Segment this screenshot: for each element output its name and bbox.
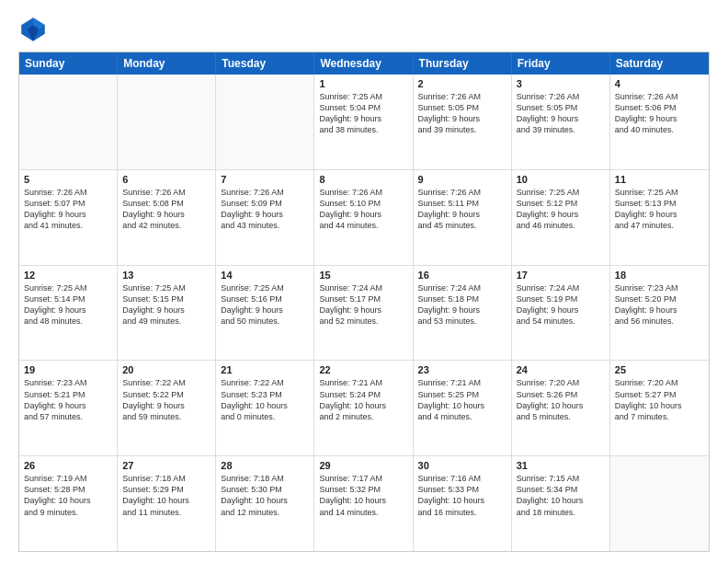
cell-info: Sunrise: 7:26 AMSunset: 5:06 PMDaylight:… — [615, 91, 704, 136]
day-number: 24 — [517, 364, 605, 375]
cell-info: Sunrise: 7:26 AMSunset: 5:08 PMDaylight:… — [122, 187, 210, 232]
day-cell-23: 23Sunrise: 7:21 AMSunset: 5:25 PMDayligh… — [414, 361, 512, 455]
cell-info: Sunrise: 7:16 AMSunset: 5:33 PMDaylight:… — [418, 473, 506, 518]
weekday-header-wednesday: Wednesday — [314, 52, 413, 75]
calendar-row-1: 5Sunrise: 7:26 AMSunset: 5:07 PMDaylight… — [19, 169, 709, 265]
day-cell-25: 25Sunrise: 7:20 AMSunset: 5:27 PMDayligh… — [610, 361, 709, 455]
day-number: 18 — [615, 270, 704, 281]
calendar-header: SundayMondayTuesdayWednesdayThursdayFrid… — [19, 52, 709, 75]
day-cell-17: 17Sunrise: 7:24 AMSunset: 5:19 PMDayligh… — [512, 266, 610, 361]
calendar-row-4: 26Sunrise: 7:19 AMSunset: 5:28 PMDayligh… — [19, 455, 709, 551]
day-number: 17 — [517, 270, 605, 281]
cell-info: Sunrise: 7:26 AMSunset: 5:09 PMDaylight:… — [221, 187, 309, 232]
weekday-header-sunday: Sunday — [19, 52, 118, 75]
day-number: 10 — [517, 174, 605, 185]
cell-info: Sunrise: 7:19 AMSunset: 5:28 PMDaylight:… — [24, 473, 112, 518]
weekday-header-tuesday: Tuesday — [216, 52, 314, 75]
day-number: 31 — [517, 460, 605, 471]
day-number: 12 — [24, 270, 112, 281]
day-cell-14: 14Sunrise: 7:25 AMSunset: 5:16 PMDayligh… — [216, 266, 314, 361]
day-number: 26 — [24, 460, 112, 471]
day-cell-5: 5Sunrise: 7:26 AMSunset: 5:07 PMDaylight… — [19, 170, 118, 265]
empty-cell — [118, 75, 216, 169]
weekday-header-monday: Monday — [118, 52, 216, 75]
cell-info: Sunrise: 7:22 AMSunset: 5:23 PMDaylight:… — [221, 377, 309, 422]
cell-info: Sunrise: 7:26 AMSunset: 5:10 PMDaylight:… — [319, 187, 407, 232]
day-cell-3: 3Sunrise: 7:26 AMSunset: 5:05 PMDaylight… — [512, 75, 610, 169]
day-cell-6: 6Sunrise: 7:26 AMSunset: 5:08 PMDaylight… — [118, 170, 216, 265]
day-number: 21 — [221, 364, 309, 375]
day-cell-29: 29Sunrise: 7:17 AMSunset: 5:32 PMDayligh… — [314, 456, 413, 551]
day-number: 22 — [319, 364, 407, 375]
day-cell-2: 2Sunrise: 7:26 AMSunset: 5:05 PMDaylight… — [414, 75, 512, 169]
day-cell-7: 7Sunrise: 7:26 AMSunset: 5:09 PMDaylight… — [216, 170, 314, 265]
day-number: 27 — [122, 460, 210, 471]
day-cell-13: 13Sunrise: 7:25 AMSunset: 5:15 PMDayligh… — [118, 266, 216, 361]
cell-info: Sunrise: 7:18 AMSunset: 5:29 PMDaylight:… — [122, 473, 210, 518]
empty-cell — [216, 75, 314, 169]
day-cell-26: 26Sunrise: 7:19 AMSunset: 5:28 PMDayligh… — [19, 456, 118, 551]
day-cell-28: 28Sunrise: 7:18 AMSunset: 5:30 PMDayligh… — [216, 456, 314, 551]
cell-info: Sunrise: 7:17 AMSunset: 5:32 PMDaylight:… — [319, 473, 407, 518]
day-number: 19 — [24, 364, 112, 375]
day-cell-21: 21Sunrise: 7:22 AMSunset: 5:23 PMDayligh… — [216, 361, 314, 455]
day-number: 1 — [319, 78, 407, 89]
day-cell-9: 9Sunrise: 7:26 AMSunset: 5:11 PMDaylight… — [414, 170, 512, 265]
day-number: 8 — [319, 174, 407, 185]
day-number: 25 — [615, 364, 704, 375]
day-number: 4 — [615, 78, 704, 89]
day-number: 7 — [221, 174, 309, 185]
cell-info: Sunrise: 7:23 AMSunset: 5:21 PMDaylight:… — [24, 377, 112, 422]
day-number: 11 — [615, 174, 704, 185]
cell-info: Sunrise: 7:25 AMSunset: 5:15 PMDaylight:… — [122, 282, 210, 327]
day-cell-1: 1Sunrise: 7:25 AMSunset: 5:04 PMDaylight… — [314, 75, 413, 169]
weekday-header-thursday: Thursday — [414, 52, 512, 75]
cell-info: Sunrise: 7:25 AMSunset: 5:14 PMDaylight:… — [24, 282, 112, 327]
day-number: 14 — [221, 270, 309, 281]
day-number: 3 — [517, 78, 605, 89]
calendar-body: 1Sunrise: 7:25 AMSunset: 5:04 PMDaylight… — [19, 75, 709, 551]
logo-icon — [18, 15, 48, 44]
day-number: 15 — [319, 270, 407, 281]
cell-info: Sunrise: 7:26 AMSunset: 5:05 PMDaylight:… — [418, 91, 506, 136]
day-number: 28 — [221, 460, 309, 471]
cell-info: Sunrise: 7:24 AMSunset: 5:19 PMDaylight:… — [517, 282, 605, 327]
cell-info: Sunrise: 7:26 AMSunset: 5:05 PMDaylight:… — [517, 91, 605, 136]
day-cell-18: 18Sunrise: 7:23 AMSunset: 5:20 PMDayligh… — [610, 266, 709, 361]
weekday-header-saturday: Saturday — [610, 52, 709, 75]
day-number: 20 — [122, 364, 210, 375]
day-cell-12: 12Sunrise: 7:25 AMSunset: 5:14 PMDayligh… — [19, 266, 118, 361]
day-cell-22: 22Sunrise: 7:21 AMSunset: 5:24 PMDayligh… — [314, 361, 413, 455]
cell-info: Sunrise: 7:18 AMSunset: 5:30 PMDaylight:… — [221, 473, 309, 518]
cell-info: Sunrise: 7:25 AMSunset: 5:12 PMDaylight:… — [517, 187, 605, 232]
cell-info: Sunrise: 7:26 AMSunset: 5:07 PMDaylight:… — [24, 187, 112, 232]
day-cell-24: 24Sunrise: 7:20 AMSunset: 5:26 PMDayligh… — [512, 361, 610, 455]
day-cell-30: 30Sunrise: 7:16 AMSunset: 5:33 PMDayligh… — [414, 456, 512, 551]
cell-info: Sunrise: 7:25 AMSunset: 5:13 PMDaylight:… — [615, 187, 704, 232]
empty-cell — [610, 456, 709, 551]
cell-info: Sunrise: 7:23 AMSunset: 5:20 PMDaylight:… — [615, 282, 704, 327]
day-number: 23 — [418, 364, 506, 375]
calendar-row-3: 19Sunrise: 7:23 AMSunset: 5:21 PMDayligh… — [19, 360, 709, 455]
day-number: 16 — [418, 270, 506, 281]
day-number: 9 — [418, 174, 506, 185]
cell-info: Sunrise: 7:15 AMSunset: 5:34 PMDaylight:… — [517, 473, 605, 518]
logo — [18, 15, 51, 44]
cell-info: Sunrise: 7:24 AMSunset: 5:18 PMDaylight:… — [418, 282, 506, 327]
day-number: 13 — [122, 270, 210, 281]
day-number: 2 — [418, 78, 506, 89]
cell-info: Sunrise: 7:20 AMSunset: 5:27 PMDaylight:… — [615, 377, 704, 422]
day-number: 29 — [319, 460, 407, 471]
day-cell-8: 8Sunrise: 7:26 AMSunset: 5:10 PMDaylight… — [314, 170, 413, 265]
day-cell-16: 16Sunrise: 7:24 AMSunset: 5:18 PMDayligh… — [414, 266, 512, 361]
day-cell-15: 15Sunrise: 7:24 AMSunset: 5:17 PMDayligh… — [314, 266, 413, 361]
header — [18, 15, 710, 44]
day-cell-31: 31Sunrise: 7:15 AMSunset: 5:34 PMDayligh… — [512, 456, 610, 551]
day-cell-20: 20Sunrise: 7:22 AMSunset: 5:22 PMDayligh… — [118, 361, 216, 455]
day-cell-11: 11Sunrise: 7:25 AMSunset: 5:13 PMDayligh… — [610, 170, 709, 265]
empty-cell — [19, 75, 118, 169]
cell-info: Sunrise: 7:25 AMSunset: 5:04 PMDaylight:… — [319, 91, 407, 136]
day-cell-10: 10Sunrise: 7:25 AMSunset: 5:12 PMDayligh… — [512, 170, 610, 265]
cell-info: Sunrise: 7:20 AMSunset: 5:26 PMDaylight:… — [517, 377, 605, 422]
cell-info: Sunrise: 7:26 AMSunset: 5:11 PMDaylight:… — [418, 187, 506, 232]
